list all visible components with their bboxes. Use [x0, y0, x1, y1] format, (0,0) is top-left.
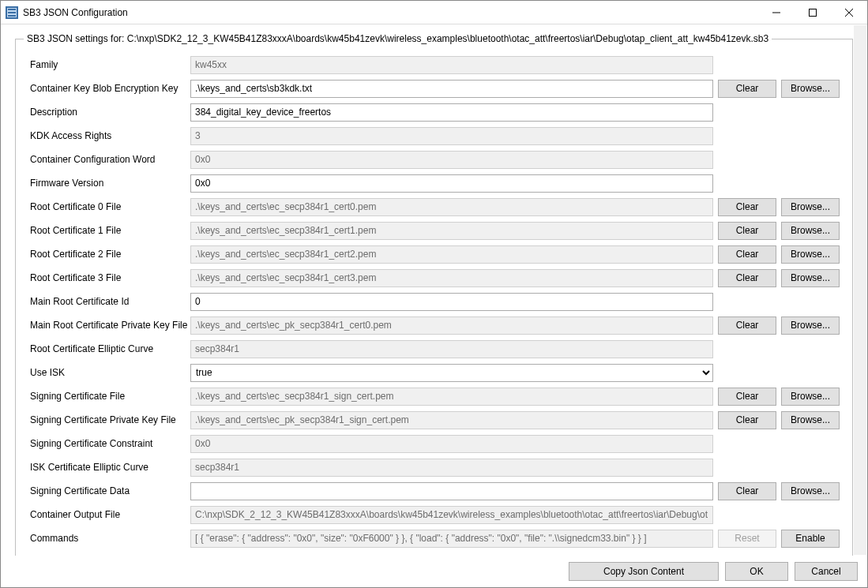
input-container-config-word [190, 151, 713, 169]
label-signing-constraint: Signing Certificate Constraint [28, 438, 190, 449]
input-signing-data[interactable] [190, 482, 713, 500]
input-description[interactable] [190, 103, 713, 122]
clear-button-root-cert-3[interactable]: Clear [718, 269, 776, 287]
browse-button-main-root-cert-pk[interactable]: Browse... [781, 316, 840, 335]
label-description: Description [28, 107, 190, 118]
close-button[interactable] [831, 1, 867, 24]
row-container-output: Container Output File [28, 505, 840, 524]
label-root-cert-0: Root Certificate 0 File [28, 201, 190, 212]
select-use-isk[interactable]: true [190, 364, 713, 382]
row-family: Family [28, 55, 840, 74]
label-container-config-word: Container Configuration Word [28, 154, 190, 165]
input-container-output [190, 506, 713, 524]
scrollbar-track[interactable] [854, 25, 866, 555]
row-kdk-access-rights: KDK Access Rights [28, 126, 840, 145]
reset-button-commands: Reset [718, 530, 776, 548]
browse-button-signing-cert-pk[interactable]: Browse... [781, 411, 840, 429]
row-isk-curve: ISK Certificate Elliptic Curve [28, 458, 840, 477]
settings-groupbox: SB3 JSON settings for: C:\nxp\SDK2_12_3_… [15, 39, 853, 556]
cancel-button[interactable]: Cancel [795, 562, 858, 581]
groupbox-title-path: C:\nxp\SDK2_12_3_KW45B41Z83xxxA\boards\k… [127, 33, 768, 44]
label-commands: Commands [28, 533, 190, 544]
clear-button-signing-cert-pk[interactable]: Clear [718, 411, 776, 429]
title-left: SB3 JSON Configuration [6, 6, 128, 19]
input-signing-cert-pk [190, 411, 713, 429]
input-commands [190, 530, 713, 548]
input-root-cert-2 [190, 245, 713, 264]
row-main-root-cert-id: Main Root Certificate Id [28, 292, 840, 311]
clear-button-main-root-cert-pk[interactable]: Clear [718, 316, 776, 335]
clear-button-root-cert-1[interactable]: Clear [718, 222, 776, 240]
label-kdk-access-rights: KDK Access Rights [28, 130, 190, 141]
row-description: Description [28, 103, 840, 122]
label-container-output: Container Output File [28, 509, 190, 520]
input-root-cert-curve [190, 340, 713, 358]
clear-button-root-cert-2[interactable]: Clear [718, 245, 776, 264]
row-root-cert-curve: Root Certificate Elliptic Curve [28, 339, 840, 358]
label-family: Family [28, 59, 190, 70]
groupbox-title-prefix: SB3 JSON settings for: [27, 33, 127, 44]
label-root-cert-3: Root Certificate 3 File [28, 272, 190, 283]
browse-button-container-key-blob[interactable]: Browse... [781, 80, 840, 98]
input-root-cert-0 [190, 198, 713, 216]
input-kdk-access-rights [190, 127, 713, 145]
ok-button[interactable]: OK [725, 562, 788, 581]
row-use-isk: Use ISK true [28, 363, 840, 382]
row-container-key-blob: Container Key Blob Encryption Key Clear … [28, 79, 840, 98]
input-isk-curve [190, 459, 713, 477]
label-firmware-version: Firmware Version [28, 178, 190, 189]
clear-button-signing-data[interactable]: Clear [718, 482, 776, 500]
browse-button-root-cert-0[interactable]: Browse... [781, 198, 840, 216]
row-signing-data: Signing Certificate Data Clear Browse... [28, 481, 840, 500]
browse-button-root-cert-1[interactable]: Browse... [781, 222, 840, 240]
browse-button-root-cert-3[interactable]: Browse... [781, 269, 840, 287]
row-signing-cert: Signing Certificate File Clear Browse... [28, 387, 840, 406]
row-root-cert-3: Root Certificate 3 File Clear Browse... [28, 268, 840, 287]
input-root-cert-3 [190, 269, 713, 287]
bottom-bar: Copy Json Content OK Cancel [1, 556, 867, 587]
input-signing-constraint [190, 435, 713, 453]
clear-button-container-key-blob[interactable]: Clear [718, 80, 776, 98]
label-isk-curve: ISK Certificate Elliptic Curve [28, 462, 190, 473]
svg-rect-2 [8, 9, 16, 10]
row-main-root-cert-pk: Main Root Certificate Private Key File C… [28, 316, 840, 335]
app-icon [6, 6, 18, 19]
row-root-cert-0: Root Certificate 0 File Clear Browse... [28, 197, 840, 216]
input-family [190, 56, 713, 74]
maximize-button[interactable] [795, 1, 831, 24]
label-root-cert-2: Root Certificate 2 File [28, 249, 190, 260]
label-root-cert-1: Root Certificate 1 File [28, 225, 190, 236]
clear-button-signing-cert[interactable]: Clear [718, 388, 776, 406]
input-signing-cert [190, 388, 713, 406]
label-root-cert-curve: Root Certificate Elliptic Curve [28, 343, 190, 354]
label-main-root-cert-pk: Main Root Certificate Private Key File [28, 320, 190, 331]
minimize-button[interactable] [758, 1, 795, 24]
input-container-key-blob[interactable] [190, 80, 713, 98]
svg-rect-4 [8, 15, 16, 17]
browse-button-signing-data[interactable]: Browse... [781, 482, 840, 500]
window-controls [758, 1, 867, 24]
clear-button-root-cert-0[interactable]: Clear [718, 198, 776, 216]
label-use-isk: Use ISK [28, 367, 190, 378]
copy-json-button[interactable]: Copy Json Content [569, 562, 719, 581]
row-signing-cert-pk: Signing Certificate Private Key File Cle… [28, 410, 840, 429]
label-signing-cert-pk: Signing Certificate Private Key File [28, 414, 190, 425]
input-main-root-cert-id[interactable] [190, 293, 713, 311]
input-firmware-version[interactable] [190, 174, 713, 193]
groupbox-title: SB3 JSON settings for: C:\nxp\SDK2_12_3_… [24, 33, 772, 44]
label-main-root-cert-id: Main Root Certificate Id [28, 296, 190, 307]
row-firmware-version: Firmware Version [28, 174, 840, 193]
window-title: SB3 JSON Configuration [23, 7, 128, 18]
svg-rect-6 [810, 9, 817, 16]
input-main-root-cert-pk [190, 316, 713, 335]
row-root-cert-1: Root Certificate 1 File Clear Browse... [28, 221, 840, 240]
enable-button-commands[interactable]: Enable [781, 530, 840, 548]
svg-rect-3 [8, 12, 16, 13]
label-signing-data: Signing Certificate Data [28, 485, 190, 496]
browse-button-root-cert-2[interactable]: Browse... [781, 245, 840, 264]
input-root-cert-1 [190, 222, 713, 240]
content-area: SB3 JSON settings for: C:\nxp\SDK2_12_3_… [1, 24, 867, 556]
browse-button-signing-cert[interactable]: Browse... [781, 388, 840, 406]
label-container-key-blob: Container Key Blob Encryption Key [28, 83, 190, 94]
row-root-cert-2: Root Certificate 2 File Clear Browse... [28, 245, 840, 264]
